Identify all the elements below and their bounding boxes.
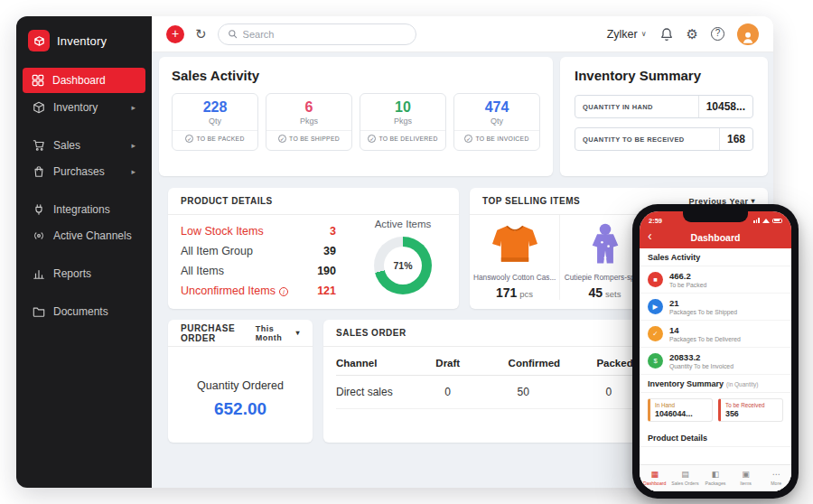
- purchase-order-card: PURCHASE ORDER This Month ▾ Quantity Ord…: [168, 320, 313, 443]
- row-value: 168: [719, 128, 752, 150]
- sidebar-nav: Dashboard Inventory ▸ Sales ▸ Purchases …: [16, 66, 152, 325]
- sidebar: Inventory Dashboard Inventory ▸ Sales ▸: [16, 16, 152, 488]
- tab-label: Items: [740, 481, 752, 486]
- tab-icon: ▣: [742, 471, 750, 479]
- phone-time: 2:59: [649, 217, 662, 225]
- product-unit: pcs: [519, 289, 533, 299]
- add-new-button[interactable]: +: [166, 25, 184, 43]
- org-switcher[interactable]: Zylker ∨: [607, 28, 647, 41]
- caret-down-icon: ▾: [295, 329, 300, 337]
- sidebar-item-inventory[interactable]: Inventory ▸: [23, 95, 145, 120]
- card-status-label: TO BE INVOICED: [475, 135, 528, 142]
- box-value: 356: [725, 409, 778, 418]
- sidebar-item-dashboard[interactable]: Dashboard: [23, 68, 145, 93]
- sidebar-item-integrations[interactable]: Integrations: [23, 197, 145, 222]
- search-input[interactable]: [243, 29, 406, 40]
- notifications-bell-icon[interactable]: [659, 27, 674, 42]
- help-icon[interactable]: ?: [711, 27, 724, 41]
- card-status: ✓TO BE DELIVERED: [360, 130, 445, 143]
- phone-tab-dashboard: ▦ Dashboard: [640, 465, 670, 491]
- card-status: ✓TO BE SHIPPED: [266, 130, 351, 143]
- tab-label: Packages: [706, 481, 726, 486]
- card-value: 474: [454, 99, 539, 116]
- topbar: + ↻ Zylker ∨ ⚙ ?: [152, 16, 773, 52]
- box-icon: [33, 101, 45, 114]
- card-to-be-delivered[interactable]: 10 Pkgs ✓TO BE DELIVERED: [360, 93, 446, 151]
- info-icon[interactable]: i: [279, 287, 288, 296]
- purchase-order-header: PURCHASE ORDER This Month ▾: [168, 320, 313, 347]
- card-to-be-shipped[interactable]: 6 Pkgs ✓TO BE SHIPPED: [266, 93, 352, 151]
- card-title: SALES ORDER: [336, 328, 406, 338]
- phone-tab-sales-orders: ▤ Sales Orders: [670, 465, 701, 491]
- sidebar-item-active-channels[interactable]: Active Channels: [23, 223, 145, 248]
- sidebar-item-sales[interactable]: Sales ▸: [23, 133, 145, 158]
- filter-value: This Month: [256, 324, 294, 342]
- check-circle-icon: ✓: [185, 135, 193, 143]
- row-value: 14: [669, 325, 741, 336]
- org-name: Zylker: [607, 28, 638, 41]
- inventory-note: (in Quantity): [726, 381, 758, 387]
- tab-icon: ⋯: [772, 471, 780, 479]
- sidebar-item-purchases[interactable]: Purchases ▸: [23, 159, 145, 184]
- tab-label: Sales Orders: [671, 481, 698, 486]
- unconfirmed-items-row[interactable]: Unconfirmed Itemsi 121: [181, 285, 336, 297]
- row-value: 190: [317, 265, 336, 277]
- sales-activity-cards: 228 Qty ✓TO BE PACKED 6 Pkgs ✓TO BE SHIP…: [172, 93, 540, 151]
- row-value: 121: [317, 285, 336, 297]
- product-image-romper: [573, 221, 638, 266]
- row-label: Quantity To be Invoiced: [669, 363, 734, 369]
- card-to-be-packed[interactable]: 228 Qty ✓TO BE PACKED: [172, 93, 258, 151]
- row-label: Packages To be Shipped: [669, 309, 737, 315]
- phone-inventory-summary-title: Inventory Summary (in Quantity): [640, 375, 791, 393]
- box-value: 1046044...: [655, 409, 707, 418]
- card-status: ✓TO BE PACKED: [173, 130, 257, 143]
- sidebar-item-reports[interactable]: Reports: [23, 261, 145, 286]
- card-status-label: TO BE DELIVERED: [378, 135, 437, 142]
- in-hand-box: In Hand 1046044...: [648, 398, 713, 422]
- tab-label: More: [771, 481, 781, 486]
- row-value: 466.2: [669, 271, 706, 282]
- card-to-be-invoiced[interactable]: 474 Qty ✓TO BE INVOICED: [453, 93, 540, 151]
- card-status-label: TO BE PACKED: [196, 135, 244, 142]
- product-details-rows: Low Stock Items 3 All Item Group 39 All …: [181, 225, 336, 297]
- inventory-summary-title: Inventory Summary: [575, 68, 753, 83]
- row-value: 10458...: [698, 96, 752, 117]
- cell-confirmed: 50: [509, 376, 597, 409]
- row-label: To be Packed: [669, 282, 706, 288]
- phone-notch: [683, 211, 748, 222]
- inventory-summary-panel: Inventory Summary QUANTITY IN HAND 10458…: [560, 57, 768, 176]
- row-value: 39: [323, 245, 336, 257]
- phone-row-delivered: ✓ 14Packages To be Delivered: [640, 321, 791, 348]
- sidebar-item-documents[interactable]: Documents: [23, 299, 145, 324]
- sidebar-item-label: Integrations: [53, 203, 110, 216]
- signal-icon: [753, 218, 760, 223]
- card-title: PRODUCT DETAILS: [181, 196, 273, 206]
- tab-icon: ▤: [681, 471, 689, 479]
- all-item-group-row[interactable]: All Item Group 39: [181, 245, 336, 257]
- product-image-sweater: [482, 221, 547, 266]
- phone-row-packed: ■ 466.2To be Packed: [640, 266, 791, 294]
- purchase-order-filter-dropdown[interactable]: This Month ▾: [256, 324, 300, 342]
- product-details-body: Low Stock Items 3 All Item Group 39 All …: [168, 215, 459, 314]
- cart-icon: [33, 139, 45, 152]
- user-avatar[interactable]: [737, 23, 759, 45]
- all-items-row[interactable]: All Items 190: [181, 265, 336, 277]
- recent-history-icon[interactable]: ↻: [195, 27, 207, 41]
- row-label: Low Stock Items: [181, 225, 264, 238]
- search-icon: [228, 29, 238, 39]
- inventory-logo-icon: [28, 30, 50, 51]
- tab-label: Dashboard: [643, 481, 666, 486]
- top-selling-item-1[interactable]: Hanswooly Cotton Cas... 171pcs: [470, 215, 560, 300]
- low-stock-items-row[interactable]: Low Stock Items 3: [181, 225, 336, 238]
- card-unit: Pkgs: [266, 117, 351, 126]
- card-title: TOP SELLING ITEMS: [482, 196, 580, 206]
- phone-tab-items: ▣ Items: [731, 465, 762, 491]
- settings-gear-icon[interactable]: ⚙: [687, 27, 698, 41]
- row-label: All Item Group: [181, 245, 253, 257]
- sidebar-item-label: Reports: [53, 267, 91, 280]
- phone-mockup: 2:59 ‹ Dashboard Sales Activity ■ 466.2T…: [632, 204, 799, 499]
- check-circle-icon: ✓: [368, 135, 376, 143]
- global-search[interactable]: [218, 23, 416, 45]
- product-qty: 45: [588, 285, 603, 300]
- sidebar-item-label: Documents: [53, 305, 108, 318]
